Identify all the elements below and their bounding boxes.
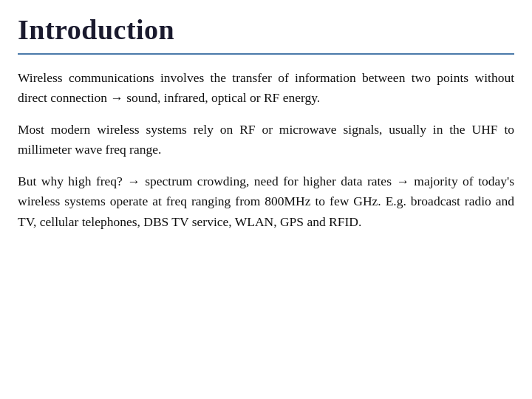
paragraph-1: Wireless communications involves the tra… [18,68,514,108]
paragraph-2: Most modern wireless systems rely on RF … [18,120,514,160]
slide: Introduction Wireless communications inv… [0,0,532,399]
content-area: Wireless communications involves the tra… [18,68,514,384]
title-section: Introduction [18,15,514,55]
slide-title: Introduction [18,15,514,46]
paragraph-3: But why high freq? → spectrum crowding, … [18,171,514,231]
